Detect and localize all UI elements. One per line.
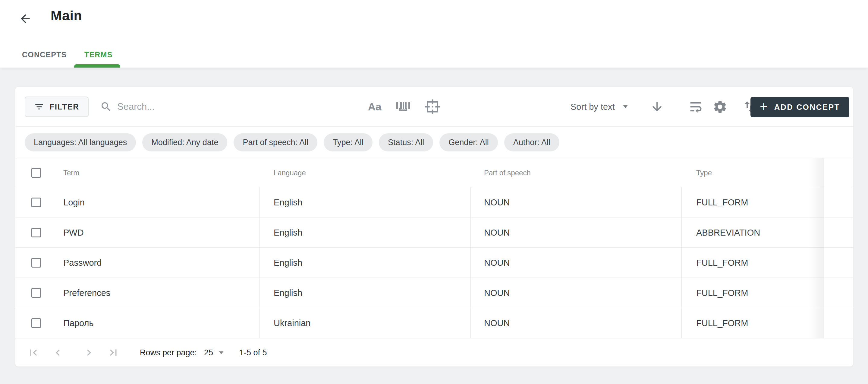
chip-author[interactable]: Author: All — [504, 133, 559, 151]
filter-button[interactable]: FILTER — [25, 96, 89, 117]
whole-word-icon — [395, 100, 411, 114]
row-checkbox[interactable] — [31, 258, 41, 268]
wrap-text-icon — [688, 99, 704, 115]
cell-language: English — [274, 187, 302, 217]
sort-direction-button[interactable] — [647, 97, 667, 116]
filter-icon — [34, 102, 44, 112]
settings-button[interactable] — [710, 97, 730, 116]
content-area: FILTER Aa — [0, 67, 868, 384]
filter-button-label: FILTER — [50, 102, 79, 112]
arrow-left-icon — [19, 12, 32, 25]
cell-term: Password — [63, 248, 101, 278]
chip-gender[interactable]: Gender: All — [439, 133, 498, 151]
row-checkbox[interactable] — [31, 228, 41, 237]
focus-frame-icon — [424, 98, 441, 115]
previous-page-button[interactable] — [51, 346, 64, 359]
chip-languages[interactable]: Languages: All languages — [25, 133, 136, 151]
cell-type: FULL_FORM — [696, 278, 748, 308]
app-root: Main CONCEPTS TERMS FILTER Aa — [0, 0, 868, 384]
column-header-part-of-speech: Part of speech — [484, 158, 531, 187]
chevron-right-icon — [83, 346, 95, 359]
cell-part-of-speech: NOUN — [484, 308, 510, 338]
cell-part-of-speech: NOUN — [484, 248, 510, 278]
terms-panel: FILTER Aa — [15, 87, 853, 367]
cell-type: FULL_FORM — [696, 187, 748, 217]
column-header-language: Language — [274, 158, 306, 187]
cell-term: Пароль — [63, 308, 94, 338]
add-concept-label: ADD CONCEPT — [774, 102, 840, 112]
last-page-button[interactable] — [107, 346, 120, 359]
tab-concepts[interactable]: CONCEPTS — [22, 48, 67, 62]
exact-match-button[interactable] — [423, 98, 442, 115]
column-divider — [470, 187, 471, 338]
table-row[interactable]: Login English NOUN FULL_FORM — [16, 187, 853, 217]
cell-type: FULL_FORM — [696, 308, 748, 338]
search-icon — [100, 101, 112, 113]
tab-terms[interactable]: TERMS — [84, 48, 113, 62]
cell-type: ABBREVIATION — [696, 217, 760, 248]
table-footer: Rows per page: 25 1-5 of 5 — [16, 338, 853, 367]
cell-part-of-speech: NOUN — [484, 217, 510, 248]
table-row[interactable]: PWD English NOUN ABBREVIATION — [16, 217, 853, 248]
table-row[interactable]: Password English NOUN FULL_FORM — [16, 248, 853, 278]
chip-part-of-speech[interactable]: Part of speech: All — [234, 133, 317, 151]
add-concept-button[interactable]: + ADD CONCEPT — [750, 97, 849, 117]
pagination-range: 1-5 of 5 — [239, 338, 267, 367]
column-divider — [259, 187, 260, 338]
whole-word-button[interactable] — [393, 98, 412, 115]
match-case-button[interactable]: Aa — [362, 98, 387, 115]
filter-chips-row: Languages: All languages Modified: Any d… — [16, 127, 853, 158]
row-checkbox[interactable] — [31, 318, 41, 328]
cell-term: PWD — [63, 217, 84, 248]
sort-by-label: Sort by text — [570, 102, 615, 112]
next-page-button[interactable] — [82, 346, 96, 359]
column-header-term: Term — [63, 158, 79, 187]
page-header: Main CONCEPTS TERMS — [0, 0, 868, 67]
first-page-icon — [27, 346, 40, 359]
caret-down-icon[interactable] — [218, 351, 224, 355]
select-all-checkbox[interactable] — [31, 168, 41, 178]
cell-term: Login — [63, 187, 85, 217]
arrow-down-icon — [650, 100, 664, 114]
page-title: Main — [51, 8, 82, 24]
toolbar: FILTER Aa — [16, 87, 853, 127]
cell-language: English — [274, 217, 302, 248]
pinned-column-divider — [824, 158, 824, 338]
chip-status[interactable]: Status: All — [379, 133, 433, 151]
cell-part-of-speech: NOUN — [484, 278, 510, 308]
active-tab-indicator — [74, 64, 120, 67]
chip-modified[interactable]: Modified: Any date — [142, 133, 227, 151]
cell-term: Preferences — [63, 278, 110, 308]
chip-type[interactable]: Type: All — [324, 133, 373, 151]
back-button[interactable] — [17, 10, 34, 27]
gear-icon — [712, 99, 727, 114]
cell-language: Ukrainian — [274, 308, 311, 338]
cell-type: FULL_FORM — [696, 248, 748, 278]
first-page-button[interactable] — [27, 346, 40, 359]
chevron-left-icon — [52, 346, 64, 359]
cell-language: English — [274, 248, 302, 278]
cell-part-of-speech: NOUN — [484, 187, 510, 217]
row-checkbox[interactable] — [31, 288, 41, 298]
search-input[interactable] — [117, 97, 322, 116]
column-header-type: Type — [696, 158, 712, 187]
last-page-icon — [107, 346, 120, 359]
plus-icon: + — [760, 100, 768, 113]
table-header: Term Language Part of speech Type — [16, 158, 853, 187]
rows-per-page-label: Rows per page: — [140, 338, 197, 367]
wrap-text-button[interactable] — [686, 97, 705, 116]
column-divider — [681, 187, 682, 338]
table-row[interactable]: Пароль Ukrainian NOUN FULL_FORM — [16, 308, 853, 338]
caret-down-icon — [622, 105, 629, 109]
sort-by-select[interactable]: Sort by text — [570, 98, 629, 116]
cell-language: English — [274, 278, 302, 308]
table-row[interactable]: Preferences English NOUN FULL_FORM — [16, 278, 853, 308]
rows-per-page-select[interactable]: 25 — [204, 338, 213, 367]
row-checkbox[interactable] — [31, 198, 41, 207]
